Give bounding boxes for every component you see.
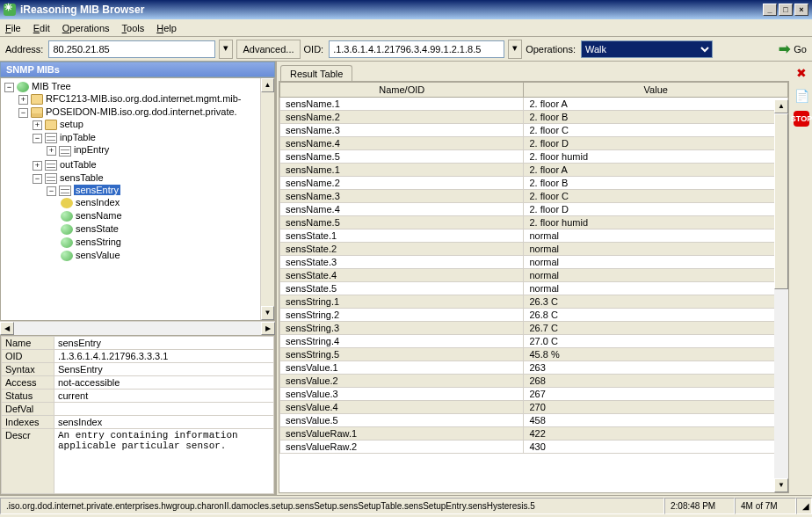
tree-leaf[interactable]: sensValue [76,250,120,260]
cell-value: 267 [524,388,788,401]
expand-icon[interactable]: − [18,108,28,118]
cell-value: 26.3 C [524,295,788,309]
mib-tree[interactable]: −MIB Tree +RFC1213-MIB.iso.org.dod.inter… [0,77,275,321]
operations-select[interactable]: Walk [581,40,713,58]
table-row[interactable]: sensString.326.7 C [280,322,788,335]
cell-value: 2. floor A [524,98,788,111]
menu-edit[interactable]: Edit [33,23,50,33]
cell-value: 422 [524,427,788,441]
table-row[interactable]: sensName.32. floor C [280,190,788,203]
table-row[interactable]: sensValue.4270 [280,401,788,414]
tab-result-table[interactable]: Result Table [280,65,352,82]
minimize-button[interactable]: _ [763,4,777,16]
expand-icon[interactable]: − [33,134,42,143]
tree-leaf[interactable]: sensState [76,223,119,234]
cell-value: 2. floor humid [524,150,788,164]
menu-help[interactable]: Help [156,23,177,33]
close-button[interactable]: × [794,4,808,16]
tree-root[interactable]: MIB Tree [32,81,71,91]
tree-node[interactable]: outTable [60,159,97,170]
table-row[interactable]: sensName.32. floor C [280,124,788,137]
address-dropdown-icon[interactable]: ▾ [219,40,233,59]
table-row[interactable]: sensString.427.0 C [280,335,788,348]
scroll-left-icon[interactable]: ◀ [0,322,14,335]
new-document-icon[interactable]: 📄 [794,88,809,104]
cell-name: sensName.3 [280,190,524,203]
tree-node-selected[interactable]: sensEntry [74,185,120,195]
scroll-up-icon[interactable]: ▲ [261,78,274,92]
table-row[interactable]: sensName.42. floor D [280,137,788,150]
table-row[interactable]: sensName.52. floor humid [280,216,788,229]
delete-row-icon[interactable]: ✖ [794,65,809,81]
tree-scrollbar-vertical[interactable]: ▲ ▼ [260,78,274,320]
cell-value: 2. floor humid [524,216,788,229]
tree-scrollbar-horizontal[interactable]: ◀ ▶ [0,321,275,335]
oid-dropdown-icon[interactable]: ▾ [508,40,522,59]
table-row[interactable]: sensState.2normal [280,243,788,256]
status-memory: 4M of 7M [735,498,796,514]
table-row[interactable]: sensValue.5458 [280,414,788,427]
stop-icon[interactable]: STOP [794,111,809,127]
table-row[interactable]: sensString.126.3 C [280,295,788,309]
table-row[interactable]: sensValue.2268 [280,375,788,388]
table-row[interactable]: sensValue.1263 [280,361,788,375]
address-input[interactable] [48,40,215,58]
col-name-oid[interactable]: Name/OID [280,83,524,98]
tree-node[interactable]: sensTable [60,172,104,183]
table-row[interactable]: sensState.5normal [280,282,788,295]
table-row[interactable]: sensName.52. floor humid [280,150,788,164]
table-row[interactable]: sensState.1normal [280,229,788,243]
tree-node[interactable]: POSEIDON-MIB.iso.org.dod.internet.privat… [46,106,237,117]
tree-node[interactable]: RFC1213-MIB.iso.org.dod.internet.mgmt.mi… [46,93,242,104]
col-value[interactable]: Value [524,83,788,98]
table-row[interactable]: sensValueRaw.2430 [280,441,788,454]
table-row[interactable]: sensState.3normal [280,256,788,269]
tree-leaf[interactable]: sensIndex [76,197,120,208]
table-row[interactable]: sensString.226.8 C [280,309,788,322]
oid-input[interactable] [329,40,504,58]
key-icon [61,198,73,208]
cell-name: sensState.1 [280,229,524,243]
menu-operations[interactable]: Operations [62,23,110,33]
tree-node[interactable]: inpEntry [74,144,109,155]
cell-name: sensName.5 [280,150,524,164]
expand-icon[interactable]: − [47,186,56,196]
cell-name: sensString.1 [280,295,524,309]
table-row[interactable]: sensName.12. floor A [280,164,788,177]
expand-icon[interactable]: + [18,95,28,105]
maximize-button[interactable]: □ [779,4,793,16]
tree-node[interactable]: inpTable [60,132,96,142]
scroll-right-icon[interactable]: ▶ [261,322,275,335]
tree-leaf[interactable]: sensName [76,210,122,221]
table-row[interactable]: sensName.22. floor B [280,111,788,124]
table-row[interactable]: sensValueRaw.1422 [280,427,788,441]
go-button[interactable]: ➡ Go [779,40,807,57]
table-row[interactable]: sensName.22. floor B [280,177,788,190]
address-label: Address: [5,44,43,55]
cell-name: sensValue.1 [280,361,524,375]
expand-icon[interactable]: + [33,161,42,171]
table-row[interactable]: sensState.4normal [280,269,788,282]
tree-node[interactable]: setup [60,119,83,129]
scroll-thumb[interactable] [774,113,788,289]
tree-leaf[interactable]: sensString [76,237,121,247]
expand-icon[interactable]: + [33,120,42,130]
table-row[interactable]: sensValue.3267 [280,388,788,401]
scroll-down-icon[interactable]: ▼ [774,478,788,492]
cell-value: 2. floor C [524,190,788,203]
resize-grip-icon[interactable]: ◢ [796,498,812,514]
menu-file[interactable]: File [5,23,21,33]
table-row[interactable]: sensName.12. floor A [280,98,788,111]
table-row[interactable]: sensName.42. floor D [280,203,788,216]
expand-icon[interactable]: − [4,83,14,92]
status-path: .iso.org.dod.internet.private.enterprise… [0,498,664,514]
advanced-button[interactable]: Advanced... [236,40,300,59]
scroll-up-icon[interactable]: ▲ [774,99,788,113]
cell-name: sensName.1 [280,164,524,177]
menu-tools[interactable]: Tools [122,23,145,33]
table-scrollbar-vertical[interactable]: ▲ ▼ [774,99,788,492]
expand-icon[interactable]: + [47,146,56,156]
scroll-down-icon[interactable]: ▼ [261,306,274,320]
expand-icon[interactable]: − [33,174,42,184]
table-row[interactable]: sensString.545.8 % [280,348,788,361]
